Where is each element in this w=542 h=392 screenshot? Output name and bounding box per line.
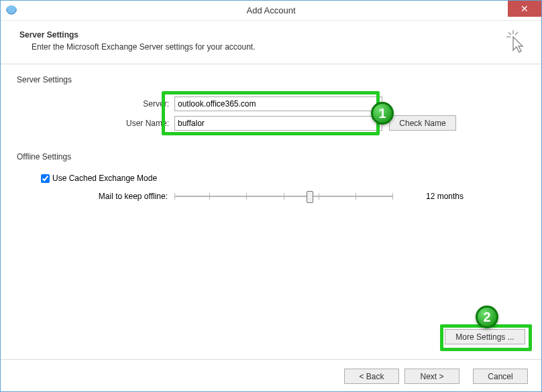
- more-settings-button[interactable]: More Settings ...: [445, 329, 525, 344]
- close-button[interactable]: ✕: [508, 1, 541, 17]
- server-input[interactable]: [174, 96, 382, 111]
- mail-keep-value: 12 months: [426, 192, 464, 201]
- server-row: Server:: [17, 96, 525, 111]
- titlebar: Add Account ✕: [1, 1, 541, 21]
- cached-mode-label: Use Cached Exchange Mode: [52, 174, 157, 183]
- cached-mode-checkbox[interactable]: [41, 174, 50, 183]
- cached-mode-row: Use Cached Exchange Mode: [41, 174, 525, 183]
- cursor-icon: [506, 30, 527, 55]
- mail-offline-row: Mail to keep offline: 12 months: [17, 190, 525, 203]
- header-subtitle: Enter the Microsoft Exchange Server sett…: [32, 42, 523, 52]
- close-icon: ✕: [521, 4, 529, 13]
- slider-thumb[interactable]: [307, 191, 313, 203]
- wizard-body: Server Settings Server: User Name: Check…: [1, 64, 541, 359]
- mail-keep-slider[interactable]: [174, 190, 392, 203]
- globe-icon: [6, 5, 17, 16]
- username-label: User Name:: [17, 119, 174, 128]
- offline-section-label: Offline Settings: [17, 152, 525, 161]
- window-title: Add Account: [1, 5, 541, 15]
- mail-keep-label: Mail to keep offline:: [17, 192, 174, 201]
- server-section-label: Server Settings: [17, 75, 525, 84]
- check-name-button[interactable]: Check Name: [389, 115, 456, 131]
- header-title: Server Settings: [19, 30, 523, 40]
- svg-line-2: [508, 32, 511, 35]
- wizard-footer: < Back Next > Cancel: [1, 359, 541, 392]
- cancel-button[interactable]: Cancel: [473, 369, 528, 384]
- back-button[interactable]: < Back: [344, 369, 399, 384]
- username-row: User Name: Check Name: [17, 115, 525, 131]
- svg-line-3: [515, 32, 518, 35]
- server-label: Server:: [17, 99, 174, 109]
- annotation-badge-2: 2: [476, 306, 498, 328]
- wizard-header: Server Settings Enter the Microsoft Exch…: [1, 21, 541, 64]
- next-button[interactable]: Next >: [404, 369, 459, 384]
- username-input[interactable]: [174, 116, 382, 131]
